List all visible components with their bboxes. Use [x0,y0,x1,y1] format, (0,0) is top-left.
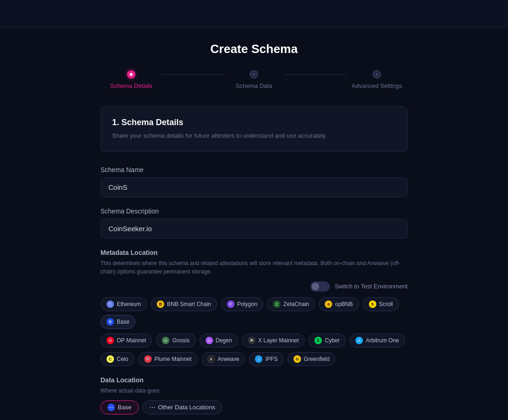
step-schema-details[interactable]: Schema Details [100,70,162,89]
chain-label-bnb: BNB Smart Chain [167,301,211,307]
chain-label-ethereum: Ethereum [117,301,141,307]
chain-icon-celo: C [107,355,114,363]
chain-label-cyber: Cyber [325,337,340,344]
bottom-bar: Next [100,414,408,420]
chain-label-celo: Celo [117,356,128,362]
chains-row-1: Ξ Ethereum B BNB Smart Chain P Polygon Z… [100,297,408,329]
page-title: Create Schema [100,42,408,56]
step-label-1: Schema Details [110,82,152,89]
schema-description-input[interactable] [100,219,408,239]
data-location-other[interactable]: ⋯ Other Data Locations [142,400,222,414]
metadata-location-title: Metadata Location [100,249,408,256]
chain-icon-ethereum: Ξ [107,300,114,308]
step-schema-data[interactable]: Schema Data [223,70,285,89]
switch-label: Switch to Test Environment [334,283,408,290]
chain-label-degen: Degen [216,337,232,344]
chain-pill-ethereum[interactable]: Ξ Ethereum [100,297,147,311]
schema-name-group: Schema Name [100,166,408,197]
chain-pill-bnb[interactable]: B BNB Smart Chain [151,297,217,311]
chain-pill-scroll[interactable]: S Scroll [363,297,399,311]
chain-pill-ipfs[interactable]: I IPFS [249,352,284,366]
chain-label-zetachain: ZetaChain [283,301,309,307]
chains-row-2: O OP Mainnet G Gnosis D Degen ✕ X Layer … [100,333,408,347]
top-bar [0,0,508,28]
schema-description-group: Schema Description [100,207,408,239]
step-advanced-settings[interactable]: Advanced Settings [346,70,408,89]
chain-icon-op-mainnet: O [107,337,114,344]
chain-icon-cyber: C [314,337,322,344]
chain-label-plume: Plume Mainnet [154,356,192,362]
data-location-desc: Where actual data goes. [100,387,408,395]
chain-icon-scroll: S [369,300,376,308]
chain-icon-arbitrum: A [355,337,363,344]
metadata-location-group: Metadata Location This determines where … [100,249,408,366]
test-environment-toggle[interactable] [310,281,330,292]
chain-icon-base: B [107,318,114,326]
chain-icon-ipfs: I [255,355,262,363]
chain-label-greenfield: Greenfield [304,356,329,362]
chain-icon-polygon: P [227,300,234,308]
chain-icon-gnosis: G [162,337,169,344]
chain-icon-xlayer: ✕ [248,337,255,344]
chain-label-op-mainnet: OP Mainnet [117,337,146,344]
chain-label-polygon: Polygon [237,301,257,307]
chain-pill-base[interactable]: B Base [100,315,135,329]
metadata-location-desc: This determines where this schema and re… [100,259,408,276]
chain-icon-arweave: A [207,355,215,363]
step-circle-3 [373,70,381,79]
step-connector-2 [285,74,346,75]
chain-pill-arbitrum[interactable]: A Arbitrum One [349,333,405,347]
chains-row-3: C Celo P Plume Mainnet A Arweave I IPFS … [100,352,408,366]
switch-row: Switch to Test Environment [100,281,408,292]
schema-name-input[interactable] [100,177,408,197]
chain-label-scroll: Scroll [379,301,393,307]
chain-label-base: Base [117,319,129,325]
chain-pill-polygon[interactable]: P Polygon [221,297,263,311]
step-circle-2 [250,70,258,79]
data-location-other-icon: ⋯ [149,404,155,411]
chain-label-arweave: Arweave [218,356,240,362]
chain-icon-greenfield: G [294,355,301,363]
page-content: Create Schema Schema Details Schema Data… [91,28,417,420]
schema-details-description: Share your schema details for future att… [112,131,396,140]
step-circle-1 [127,70,135,79]
schema-details-box: 1. Schema Details Share your schema deta… [100,106,408,152]
chain-pill-gnosis[interactable]: G Gnosis [156,333,195,347]
chain-icon-opbnb: o [325,300,332,308]
schema-description-label: Schema Description [100,207,408,215]
data-location-base[interactable]: — Base [100,400,139,414]
step-label-3: Advanced Settings [352,82,402,89]
chain-label-arbitrum: Arbitrum One [366,337,399,344]
data-location-section: Data Location Where actual data goes. — … [100,376,408,414]
chain-pill-xlayer[interactable]: ✕ X Layer Mainnet [242,333,305,347]
data-location-pills: — Base ⋯ Other Data Locations [100,400,408,414]
schema-details-heading: 1. Schema Details [112,118,396,127]
chain-pill-opbnb[interactable]: o opBNB [319,297,359,311]
chain-icon-bnb: B [157,300,164,308]
chain-icon-degen: D [206,337,213,344]
chain-icon-plume: P [144,355,152,363]
chain-pill-plume[interactable]: P Plume Mainnet [138,352,198,366]
chain-label-opbnb: opBNB [335,301,353,307]
step-label-2: Schema Data [236,82,273,89]
data-location-base-label: Base [118,404,132,411]
chain-pill-degen[interactable]: D Degen [200,333,238,347]
step-connector-1 [162,74,223,75]
chain-pill-celo[interactable]: C Celo [100,352,134,366]
data-location-other-label: Other Data Locations [158,404,215,411]
data-location-base-icon: — [107,404,115,411]
stepper: Schema Details Schema Data Advanced Sett… [100,70,408,89]
schema-name-label: Schema Name [100,166,408,173]
chain-pill-op-mainnet[interactable]: O OP Mainnet [100,333,152,347]
data-location-title: Data Location [100,376,408,384]
chain-label-gnosis: Gnosis [172,337,189,344]
chain-pill-arweave[interactable]: A Arweave [201,352,246,366]
chain-label-xlayer: X Layer Mainnet [258,337,299,344]
chain-pill-greenfield[interactable]: G Greenfield [287,352,335,366]
chain-pill-cyber[interactable]: C Cyber [308,333,346,347]
chain-label-ipfs: IPFS [265,356,278,362]
chain-pill-zetachain[interactable]: Z ZetaChain [267,297,315,311]
chain-icon-zetachain: Z [273,300,281,308]
